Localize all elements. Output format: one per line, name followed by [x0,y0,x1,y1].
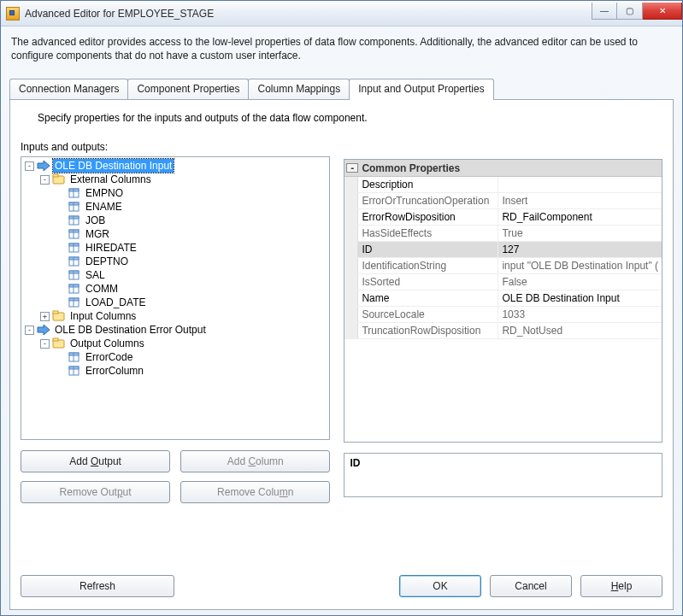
leaf-spacer [56,271,65,280]
tab-input-output-properties[interactable]: Input and Output Properties [349,79,493,100]
property-gutter [344,226,358,241]
property-row[interactable]: TruncationRowDispositionRD_NotUsed [344,323,662,339]
property-gutter [344,307,358,322]
tree-node-column[interactable]: MGR [84,227,111,241]
property-name: Name [358,290,498,306]
property-value[interactable]: input "OLE DB Destination Input" ( [498,258,662,273]
expand-icon[interactable]: + [40,312,50,321]
tree-node-column[interactable]: ErrorColumn [84,364,145,378]
property-row[interactable]: NameOLE DB Destination Input [344,290,662,307]
folder-icon [52,337,66,349]
tree-node-column[interactable]: JOB [84,214,107,227]
property-value[interactable]: Insert [498,193,662,208]
tree-node-column[interactable]: HIREDATE [84,241,138,255]
leaf-spacer [56,216,65,226]
window-title: Advanced Editor for EMPLOYEE_STAGE [25,8,592,20]
svg-rect-34 [53,338,58,341]
property-gutter [344,323,358,338]
property-value[interactable]: True [498,226,662,241]
property-row[interactable]: ErrorRowDispositionRD_FailComponent [344,209,662,226]
expand-icon[interactable]: - [40,339,50,349]
refresh-button[interactable]: Refresh [21,575,174,597]
dialog-footer: Refresh OK Cancel Help [21,566,662,599]
column-icon [68,255,81,267]
column-icon [68,228,81,240]
svg-rect-2 [53,174,58,177]
remove-column-button[interactable]: Remove Column [180,481,330,503]
propgrid-spacer [344,141,662,155]
property-value[interactable]: 1033 [498,307,662,322]
io-tree[interactable]: - OLE DB Destination Input [21,156,330,440]
tree-node-column[interactable]: DEPTNO [84,255,130,268]
collapse-icon[interactable]: - [346,163,358,173]
tab-component-properties[interactable]: Component Properties [127,79,249,99]
folder-icon [52,173,66,185]
leaf-spacer [56,285,65,294]
property-name: Description [358,177,498,192]
property-gutter [344,242,358,257]
property-category[interactable]: - Common Properties [344,160,662,177]
property-row[interactable]: SourceLocale1033 [344,307,662,323]
tab-connection-managers[interactable]: Connection Managers [9,79,128,99]
property-row[interactable]: HasSideEffectsTrue [344,226,662,242]
tree-node-column[interactable]: EMPNO [84,186,125,200]
add-output-button[interactable]: Add Output [21,450,170,472]
property-gutter [344,290,358,306]
tree-node-column[interactable]: ENAME [84,200,124,214]
ok-button[interactable]: OK [399,575,481,597]
property-value[interactable]: False [498,274,662,290]
tree-node-output-columns[interactable]: Output Columns [68,337,146,350]
property-name: ID [358,242,498,257]
svg-rect-31 [53,311,58,314]
expand-icon[interactable]: - [25,326,34,335]
tree-node-column[interactable]: LOAD_DATE [84,296,147,309]
column-icon [68,351,81,363]
leaf-spacer [56,353,65,362]
panel-instruction: Specify properties for the inputs and ou… [38,112,662,124]
property-grid[interactable]: - Common Properties DescriptionErrorOrTr… [344,159,662,443]
column-icon [68,296,81,308]
property-value[interactable]: RD_FailComponent [498,209,662,225]
property-value[interactable]: OLE DB Destination Input [498,290,662,306]
column-icon [68,365,81,377]
close-button[interactable]: ✕ [643,3,682,20]
property-value[interactable]: RD_NotUsed [498,323,662,338]
tree-node-column[interactable]: COMM [84,282,120,296]
leaf-spacer [56,298,65,308]
property-row[interactable]: IdentificationStringinput "OLE DB Destin… [344,258,662,274]
property-gutter [344,177,358,192]
property-row[interactable]: ErrorOrTruncationOperationInsert [344,193,662,209]
tree-node-error-output[interactable]: OLE DB Destination Error Output [53,323,208,337]
tree-section-label: Inputs and outputs: [21,141,330,153]
property-row[interactable]: Description [344,177,662,193]
leaf-spacer [56,202,65,212]
cancel-button[interactable]: Cancel [490,575,572,597]
tree-node-column[interactable]: SAL [84,268,107,282]
column-icon [68,269,81,281]
maximize-button[interactable]: ▢ [617,3,643,20]
add-column-button[interactable]: Add Column [180,450,330,472]
help-button[interactable]: Help [580,575,662,597]
column-icon [68,283,81,295]
tree-node-external-columns[interactable]: External Columns [68,173,153,186]
leaf-spacer [56,189,65,198]
property-category-label: Common Properties [362,162,460,174]
property-help-pane: ID [344,453,662,497]
property-value[interactable]: 127 [498,242,662,257]
property-row[interactable]: ID127 [344,242,662,258]
tree-node-input-columns[interactable]: Input Columns [68,309,138,323]
expand-icon[interactable]: - [25,161,34,171]
tab-column-mappings[interactable]: Column Mappings [248,79,350,99]
property-value[interactable] [498,177,662,192]
minimize-button[interactable]: — [592,3,617,20]
tree-node-column[interactable]: ErrorCode [84,350,134,364]
remove-output-button[interactable]: Remove Output [21,481,170,503]
property-name: TruncationRowDisposition [358,323,498,338]
property-name: SourceLocale [358,307,498,322]
input-arrow-icon [37,160,50,172]
dialog-body: The advanced editor provides access to t… [1,26,682,615]
property-row[interactable]: IsSortedFalse [344,274,662,290]
leaf-spacer [56,367,65,376]
expand-icon[interactable]: - [40,175,50,185]
tree-node-input[interactable]: OLE DB Destination Input [53,159,174,173]
